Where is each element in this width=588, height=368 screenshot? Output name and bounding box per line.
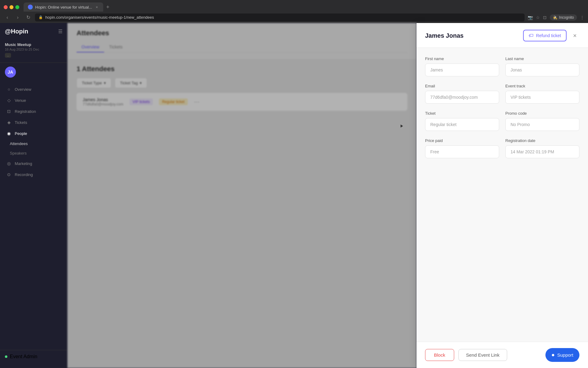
price-paid-group: Price paid [425, 138, 499, 158]
email-input[interactable] [425, 91, 499, 104]
promo-code-group: Promo code [505, 111, 579, 131]
ticket-label: Ticket [425, 111, 499, 116]
refund-btn-label: Refund ticket [536, 33, 561, 38]
sidebar-item-marketing[interactable]: ◎ Marketing [0, 158, 67, 169]
url-bar[interactable]: 🔒 hopin.com/organisers/events/music-meet… [35, 13, 525, 21]
first-name-group: First name [425, 56, 499, 76]
camera-off-icon[interactable]: 📷 [528, 15, 533, 20]
ticket-tag-filter[interactable]: Ticket Tag ▾ [115, 78, 147, 88]
sidebar-item-label-registration: Registration [15, 109, 36, 114]
sidebar-item-label-venue: Venue [15, 98, 26, 103]
minimize-window-btn[interactable] [9, 5, 13, 9]
menu-btn[interactable]: ⋮ [580, 15, 584, 20]
sidebar-sub-item-speakers[interactable]: Speakers [0, 148, 67, 158]
reload-btn[interactable]: ↻ [24, 14, 32, 20]
page-title: Attendees [77, 29, 407, 37]
close-window-btn[interactable] [4, 5, 8, 9]
attendee-email: 77d6dfa0@moodjoy.com [83, 102, 123, 106]
ticket-input[interactable] [425, 118, 499, 131]
email-track-row: Email Event track [425, 84, 579, 104]
traffic-lights [4, 5, 19, 9]
sidebar-item-overview[interactable]: ○ Overview [0, 84, 67, 95]
sidebar-sub-label-speakers: Speakers [10, 151, 27, 155]
registration-icon: ⊡ [6, 109, 12, 114]
attendee-info: James Jonas 77d6dfa0@moodjoy.com [83, 97, 123, 106]
chevron-down-icon: ▾ [104, 81, 106, 85]
first-name-input[interactable] [425, 63, 499, 76]
new-tab-btn[interactable]: + [104, 4, 111, 10]
promo-code-label: Promo code [505, 111, 579, 116]
panel-footer: Block Send Event Link ● Support [417, 342, 588, 368]
sidebar-item-registration[interactable]: ⊡ Registration [0, 106, 67, 117]
price-paid-input[interactable] [425, 145, 499, 158]
hopin-favicon [28, 5, 33, 10]
sidebar-item-label-tickets: Tickets [15, 120, 27, 125]
attendee-more-btn[interactable]: ⋯ [194, 98, 199, 105]
panel-title: James Jonas [425, 32, 464, 39]
forward-btn[interactable]: › [14, 15, 21, 20]
table-area: Ticket Type ▾ Ticket Tag ▾ James Jonas 7… [67, 78, 417, 111]
close-panel-btn[interactable]: × [570, 31, 579, 40]
sidebar-sub-label-attendees: Attendees [10, 141, 28, 146]
content-header: Attendees Overview Tickets [67, 23, 417, 59]
email-group: Email [425, 84, 499, 104]
ticket-promo-row: Ticket Promo code [425, 111, 579, 131]
sidebar-user: Event Admin [0, 350, 67, 363]
ticket-group: Ticket [425, 111, 499, 131]
sidebar-item-people[interactable]: ◉ People [0, 128, 67, 139]
refund-ticket-btn[interactable]: 🏷 Refund ticket [523, 30, 567, 41]
event-track-group: Event track [505, 84, 579, 104]
sidebar-toggle-btn[interactable]: ☰ [58, 29, 62, 34]
content-area: Attendees Overview Tickets 1 Attendees T… [67, 23, 417, 368]
sidebar-item-label-recording: Recording [15, 172, 33, 177]
attendee-tag: VIP tickets [130, 98, 153, 105]
send-link-btn-label: Send Event Link [466, 352, 499, 358]
attendee-name: James Jonas [83, 97, 123, 102]
maximize-window-btn[interactable] [15, 5, 19, 9]
panel-body: First name Last name Email Event track [417, 48, 588, 342]
back-btn[interactable]: ‹ [4, 15, 11, 20]
incognito-badge: 🕵 Incognito [550, 14, 577, 21]
last-name-input[interactable] [505, 63, 579, 76]
sidebar-item-label-overview: Overview [15, 87, 31, 92]
sidebar-item-recording[interactable]: ⊙ Recording [0, 169, 67, 180]
sidebar-item-label-marketing: Marketing [15, 161, 32, 166]
block-btn[interactable]: Block [425, 349, 454, 361]
sidebar-item-label-people: People [15, 131, 27, 136]
active-tab[interactable]: Hopin: Online venue for virtual... ✕ [24, 2, 103, 12]
support-btn[interactable]: ● Support [545, 348, 579, 362]
ticket-tag-label: Ticket Tag [120, 81, 138, 85]
panel-header: James Jonas 🏷 Refund ticket × [417, 23, 588, 48]
ticket-type-filter[interactable]: Ticket Type ▾ [77, 78, 111, 88]
sidebar-logo-area: @Hopin ☰ [0, 28, 67, 40]
block-btn-label: Block [434, 352, 445, 358]
extension-icon[interactable]: ⊡ [543, 15, 547, 20]
sidebar-sub-item-attendees[interactable]: Attendees [0, 139, 67, 148]
sidebar-item-venue[interactable]: ◇ Venue [0, 95, 67, 106]
event-sub: 16 Aug 2023 to 25 Dec [5, 48, 62, 51]
registration-date-input[interactable] [505, 145, 579, 158]
sidebar-nav: ○ Overview ◇ Venue ⊡ Registration ◈ Tick… [0, 81, 67, 350]
bookmark-icon[interactable]: ☆ [536, 15, 540, 20]
sidebar: @Hopin ☰ Music Meetup 16 Aug 2023 to 25 … [0, 23, 67, 368]
venue-icon: ◇ [6, 98, 12, 103]
chevron-down-icon-2: ▾ [140, 81, 142, 85]
promo-code-input[interactable] [505, 118, 579, 131]
close-icon: × [573, 32, 577, 39]
event-track-input[interactable] [505, 91, 579, 104]
sidebar-item-tickets[interactable]: ◈ Tickets [0, 117, 67, 128]
user-status-dot [5, 355, 7, 358]
logo-text: @Hopin [5, 28, 28, 35]
tab-overview[interactable]: Overview [77, 42, 104, 52]
send-event-link-btn[interactable]: Send Event Link [458, 349, 507, 361]
tag-icon: 🏷 [529, 33, 533, 38]
ticket-type-label: Ticket Type [82, 81, 102, 85]
right-panel: James Jonas 🏷 Refund ticket × First name [417, 23, 588, 368]
panel-actions: 🏷 Refund ticket × [523, 30, 579, 41]
tab-tickets[interactable]: Tickets [104, 42, 127, 52]
attendee-ticket: Regular ticket [159, 98, 187, 105]
attendee-row[interactable]: James Jonas 77d6dfa0@moodjoy.com VIP tic… [77, 93, 407, 111]
incognito-label: Incognito [559, 15, 574, 20]
tab-close-btn[interactable]: ✕ [95, 5, 99, 9]
support-btn-label: Support [557, 352, 573, 358]
